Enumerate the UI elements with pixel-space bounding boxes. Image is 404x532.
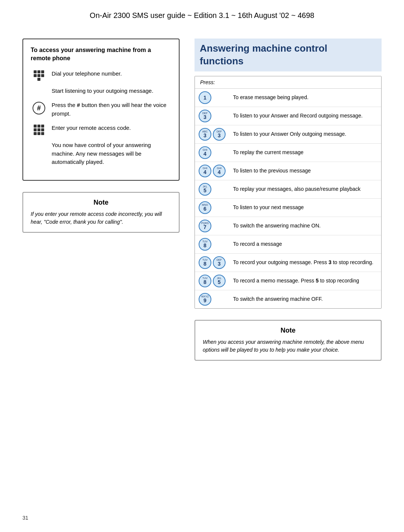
table-row-6: JKL 5 To replay your messages, also paus… (195, 180, 381, 199)
note-box-right: Note When you access your answering mach… (195, 320, 382, 361)
note-text-left: If you enter your remote access code inc… (31, 210, 171, 226)
note-title-right: Note (203, 327, 373, 334)
btn-cell-5: GHI 4 GHI 4 (199, 165, 229, 177)
keypad-icon (31, 125, 47, 135)
section-title-line2: functions (200, 55, 244, 67)
row-text-2: To listen to your Answer and Record outg… (233, 112, 362, 120)
note-box-left: Note If you enter your remote access cod… (22, 192, 180, 233)
key-8-a: TUV 8 (199, 256, 211, 269)
key-7: PQRS 7 (199, 220, 211, 232)
key-5-b: JKL 5 (213, 275, 226, 287)
key-3-c: DEF 3 (213, 256, 226, 269)
dot (34, 128, 37, 131)
dot (41, 74, 44, 77)
step-row-5: You now have control of your answering m… (31, 141, 171, 166)
table-row-1: 1 To erase message being played. (195, 89, 381, 107)
table-header: Press: (195, 76, 381, 89)
row-text-6: To replay your messages, also pause/resu… (233, 186, 361, 193)
btn-cell-4: GHI 4 (199, 146, 229, 159)
btn-cell-7: MNO 6 (199, 201, 229, 214)
step-text-1: Dial your telephone number. (52, 70, 122, 78)
key-4-a: GHI 4 (199, 165, 211, 177)
table-row-3: ABC 3 DEF 3 To listen to your Answer Onl… (195, 125, 381, 144)
hash-circle: # (33, 102, 45, 114)
page: On-Air 2300 SMS user guide ~ Edition 3.1… (0, 0, 404, 532)
row-text-12: To switch the answering machine OFF. (233, 296, 323, 303)
btn-cell-12: WXYZ 9 (199, 293, 229, 306)
note-title-left: Note (31, 199, 171, 207)
grid-icon-2 (34, 125, 44, 135)
table-row-9: TUV 8 To record a message (195, 235, 381, 254)
header-title: On-Air 2300 SMS user guide ~ Edition 3.1… (90, 11, 314, 19)
row-text-1: To erase message being played. (233, 94, 309, 101)
key-5: JKL 5 (199, 183, 211, 196)
key-3-def: DEF 3 (199, 110, 211, 122)
table-row-4: GHI 4 To replay the current message (195, 144, 381, 162)
dot (37, 70, 40, 73)
row-text-7: To listen to your next message (233, 204, 304, 211)
btn-cell-11: TUV 8 JKL 5 (199, 275, 229, 287)
key-3-def-2: DEF 3 (213, 128, 226, 141)
row-text-10: To record your outgoing message. Press 3… (233, 259, 373, 266)
btn-cell-6: JKL 5 (199, 183, 229, 196)
table-row-11: TUV 8 JKL 5 To record a memo message. Pr… (195, 272, 381, 290)
row-text-11: To record a memo message. Press 5 to sto… (233, 277, 359, 285)
dot (41, 70, 44, 73)
row-text-3: To listen to your Answer Only outgoing m… (233, 131, 346, 138)
key-8: TUV 8 (199, 238, 211, 251)
dot (41, 128, 44, 131)
btn-cell-3: ABC 3 DEF 3 (199, 128, 229, 141)
table-row-10: TUV 8 DEF 3 To record your outgoing mess… (195, 254, 381, 272)
step-row-2: Start listening to your outgoing message… (31, 87, 171, 95)
btn-cell-2: DEF 3 (199, 110, 229, 122)
step-text-5: You now have control of your answering m… (52, 141, 171, 166)
dot (34, 132, 37, 135)
main-content: To access your answering machine from a … (22, 39, 382, 361)
btn-cell-8: PQRS 7 (199, 220, 229, 232)
left-column: To access your answering machine from a … (22, 39, 180, 233)
right-column: Answering machine control functions Pres… (195, 39, 382, 361)
dot (37, 78, 40, 81)
access-box-title: To access your answering machine from a … (31, 46, 171, 63)
dot (41, 132, 44, 135)
key-4-ghi: GHI 4 (199, 146, 211, 159)
key-9: WXYZ 9 (199, 293, 211, 306)
key-4-b: GHI 4 (213, 165, 226, 177)
key-3-abc: ABC 3 (199, 128, 211, 141)
row-text-5: To listen to the previous message (233, 167, 311, 175)
key-8-b: TUV 8 (199, 275, 211, 287)
key-1: 1 (199, 91, 211, 104)
key-6: MNO 6 (199, 201, 211, 214)
dot (34, 74, 37, 77)
table-row-5: GHI 4 GHI 4 To listen to the previous me… (195, 162, 381, 180)
btn-cell-1: 1 (199, 91, 229, 104)
grid-icon-1 (34, 70, 44, 81)
access-box: To access your answering machine from a … (22, 39, 180, 181)
dot (41, 78, 44, 81)
table-row-12: WXYZ 9 To switch the answering machine O… (195, 290, 381, 308)
table-row-7: MNO 6 To listen to your next message (195, 199, 381, 217)
dot (37, 125, 40, 128)
dot (34, 78, 37, 81)
dot (34, 70, 37, 73)
step-row-3: # Press the # button then you will hear … (31, 101, 171, 118)
section-title: Answering machine control functions (195, 39, 382, 71)
note-text-right: When you access your answering machine r… (203, 338, 373, 354)
btn-cell-10: TUV 8 DEF 3 (199, 256, 229, 269)
hash-icon: # (31, 102, 47, 114)
page-number: 31 (22, 515, 28, 521)
step-row-1: Dial your telephone number. (31, 70, 171, 81)
control-table: Press: 1 To erase message being played. … (195, 76, 382, 309)
step-row-4: Enter your remote access code. (31, 124, 171, 135)
btn-cell-9: TUV 8 (199, 238, 229, 251)
step-text-3: Press the # button then you will hear th… (52, 101, 171, 118)
step-text-4: Enter your remote access code. (52, 124, 131, 132)
row-text-4: To replay the current message (233, 149, 303, 156)
dial-icon (31, 70, 47, 81)
row-text-8: To switch the answering machine ON. (233, 222, 321, 230)
dot (37, 132, 40, 135)
table-row-2: DEF 3 To listen to your Answer and Recor… (195, 107, 381, 125)
dot (34, 125, 37, 128)
section-title-line1: Answering machine control (200, 43, 327, 54)
step-text-2: Start listening to your outgoing message… (52, 87, 153, 95)
